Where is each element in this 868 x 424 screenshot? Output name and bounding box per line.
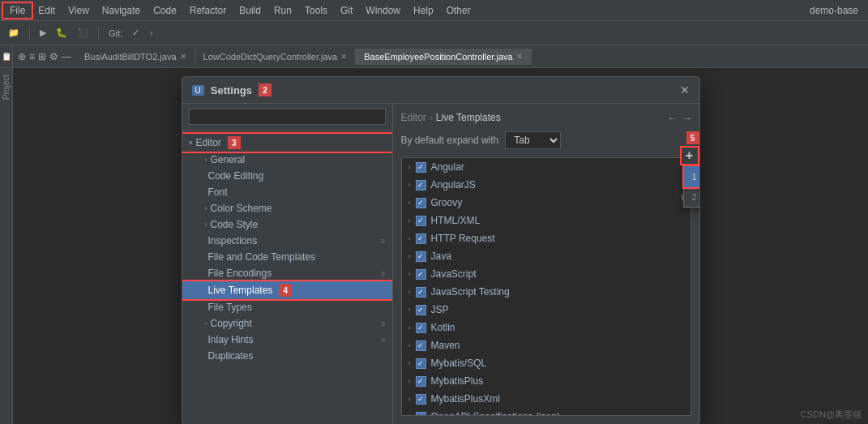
tab-action-settings[interactable]: ⚙	[49, 51, 58, 62]
template-group-http-header[interactable]: › ✓ HTTP Request	[402, 229, 691, 247]
toolbar-stop-btn[interactable]: ⬛	[74, 26, 92, 40]
tree-item-file-code-templates[interactable]: File and Code Templates	[182, 249, 392, 265]
tree-item-file-types[interactable]: File Types	[182, 299, 392, 315]
dropdown-item-template-group[interactable]: 2 Template Group...	[684, 187, 699, 207]
template-group-openapi-header[interactable]: › ✓ OpenAPI Specifications (json)	[402, 408, 691, 416]
menu-code[interactable]: Code	[147, 3, 183, 18]
openapi-arrow: ›	[408, 413, 411, 416]
menu-git[interactable]: Git	[334, 3, 359, 18]
dialog-close-button[interactable]: ✕	[680, 84, 690, 96]
tab-busi-audit[interactable]: BusiAuditBillDTO2.java ✕	[76, 49, 195, 65]
template-group-jsp-header[interactable]: › ✓ JSP	[402, 301, 691, 319]
project-strip-label[interactable]: Project	[2, 71, 11, 103]
toolbar-push-btn[interactable]: ↑	[146, 27, 157, 40]
kotlin-arrow: ›	[408, 323, 411, 332]
tab-lowcode-close[interactable]: ✕	[340, 52, 347, 61]
tab-base-employee[interactable]: BaseEmployeePositionController.java ✕	[356, 49, 531, 65]
template-group-maven-header[interactable]: › ✓ Maven	[402, 336, 691, 354]
maven-checkbox[interactable]: ✓	[416, 340, 426, 351]
menu-file[interactable]: File	[3, 3, 32, 18]
menu-edit[interactable]: Edit	[32, 3, 62, 18]
mybatisplus-checkbox[interactable]: ✓	[416, 376, 426, 387]
tree-item-font[interactable]: Font	[182, 184, 392, 200]
js-testing-checkbox[interactable]: ✓	[416, 287, 426, 298]
mybatis-sql-label: Mybatis/SQL	[431, 358, 487, 369]
dropdown-item-live-template[interactable]: 1 Live Template 6	[684, 166, 699, 187]
angular-checkbox[interactable]: ✓	[416, 162, 426, 173]
menu-help[interactable]: Help	[407, 3, 440, 18]
tab-base-employee-close[interactable]: ✕	[516, 52, 523, 61]
tree-item-color-scheme[interactable]: › Color Scheme	[182, 200, 392, 216]
tab-lowcode[interactable]: LowCodeDictQueryController.java ✕	[195, 49, 357, 65]
menu-view[interactable]: View	[62, 3, 96, 18]
mybatisplusxml-checkbox[interactable]: ✓	[416, 394, 426, 405]
tree-item-code-style[interactable]: › Code Style	[182, 216, 392, 233]
toolbar-debug-btn[interactable]: 🐛	[53, 26, 71, 40]
kotlin-checkbox[interactable]: ✓	[416, 323, 426, 333]
toolbar-sep-1	[29, 26, 30, 41]
template-group-javascript-header[interactable]: › ✓ JavaScript	[402, 265, 691, 283]
java-arrow: ›	[408, 252, 411, 260]
tree-item-editor[interactable]: ▾ Editor 3	[182, 134, 392, 152]
tab-action-split[interactable]: ⊞	[38, 51, 46, 62]
openapi-label: OpenAPI Specifications (json)	[431, 411, 560, 416]
http-checkbox[interactable]: ✓	[416, 233, 426, 244]
jsp-label: JSP	[431, 304, 449, 315]
toolbar-git-btn[interactable]: Git:	[105, 27, 126, 40]
menu-other[interactable]: Other	[440, 3, 477, 18]
angularjs-label: AngularJS	[431, 179, 476, 191]
groovy-checkbox[interactable]: ✓	[416, 198, 426, 208]
menu-refactor[interactable]: Refactor	[183, 3, 233, 18]
template-group-java: › ✓ Java	[402, 247, 691, 265]
menu-run[interactable]: Run	[267, 3, 298, 18]
tree-item-duplicates[interactable]: Duplicates	[182, 348, 392, 364]
tab-action-new[interactable]: ⊕	[18, 51, 26, 62]
tree-item-inlay-hints[interactable]: Inlay Hints ≡	[182, 332, 392, 348]
template-group-js-testing-header[interactable]: › ✓ JavaScript Testing	[402, 283, 691, 301]
tab-busi-audit-close[interactable]: ✕	[180, 52, 186, 61]
htmlxml-checkbox[interactable]: ✓	[416, 216, 426, 226]
editor-arrow: ▾	[189, 139, 193, 147]
menu-build[interactable]: Build	[233, 3, 267, 18]
mybatis-sql-checkbox[interactable]: ✓	[416, 358, 426, 369]
maven-arrow: ›	[408, 341, 411, 349]
toolbar-project-btn[interactable]: 📁	[5, 26, 23, 40]
nav-back-button[interactable]: ←	[667, 112, 678, 125]
toolbar-run-btn[interactable]: ▶	[36, 26, 49, 40]
add-template-button[interactable]: +	[680, 146, 699, 165]
tree-item-code-editing[interactable]: Code Editing	[182, 168, 392, 184]
openapi-checkbox[interactable]: ✓	[416, 412, 426, 417]
jsp-checkbox[interactable]: ✓	[416, 305, 426, 315]
tree-item-general[interactable]: › General	[182, 152, 392, 168]
javascript-checkbox[interactable]: ✓	[416, 269, 426, 280]
template-group-mybatisplusxml-header[interactable]: › ✓ MybatisPlusXml	[402, 390, 691, 408]
template-group-angular-header[interactable]: › ✓ Angular	[402, 158, 691, 176]
template-group-java-header[interactable]: › ✓ Java	[402, 247, 691, 265]
tree-item-file-encodings[interactable]: File Encodings ≡	[182, 265, 392, 281]
java-checkbox[interactable]: ✓	[416, 251, 426, 262]
tab-action-list[interactable]: ≡	[29, 51, 35, 62]
angularjs-checkbox[interactable]: ✓	[416, 180, 426, 191]
tree-item-live-templates[interactable]: Live Templates 4	[182, 281, 392, 299]
settings-search-input[interactable]	[189, 109, 386, 125]
tree-item-copyright-label: Copyright	[211, 318, 252, 329]
template-group-mybatisplus-header[interactable]: › ✓ MybatisPlus	[402, 372, 691, 390]
template-group-angularjs-header[interactable]: › ✓ AngularJS	[402, 176, 691, 194]
menu-tools[interactable]: Tools	[298, 3, 334, 18]
template-group-groovy-header[interactable]: › ✓ Groovy	[402, 194, 691, 212]
tree-item-inspections[interactable]: Inspections ≡	[182, 233, 392, 249]
toolbar-check-btn[interactable]: ✓	[129, 26, 143, 40]
tab-action-close[interactable]: —	[62, 51, 71, 62]
expand-select[interactable]: Tab Enter Space	[505, 131, 561, 149]
menu-navigate[interactable]: Navigate	[96, 3, 147, 18]
tab-lowcode-label: LowCodeDictQueryController.java	[203, 52, 338, 62]
menu-window[interactable]: Window	[359, 3, 407, 18]
tree-item-copyright[interactable]: › Copyright ≡	[182, 315, 392, 332]
template-group-htmlxml-header[interactable]: › ✓ HTML/XML	[402, 212, 691, 229]
http-arrow: ›	[408, 234, 411, 242]
add-dropdown-menu: 1 Live Template 6 2 Template Group...	[683, 165, 699, 208]
nav-forward-button[interactable]: →	[682, 112, 693, 125]
template-group-kotlin-header[interactable]: › ✓ Kotlin	[402, 319, 691, 336]
template-group-mybatis-sql-header[interactable]: › ✓ Mybatis/SQL	[402, 354, 691, 372]
editor-area: U Settings 2 ✕	[13, 68, 868, 424]
